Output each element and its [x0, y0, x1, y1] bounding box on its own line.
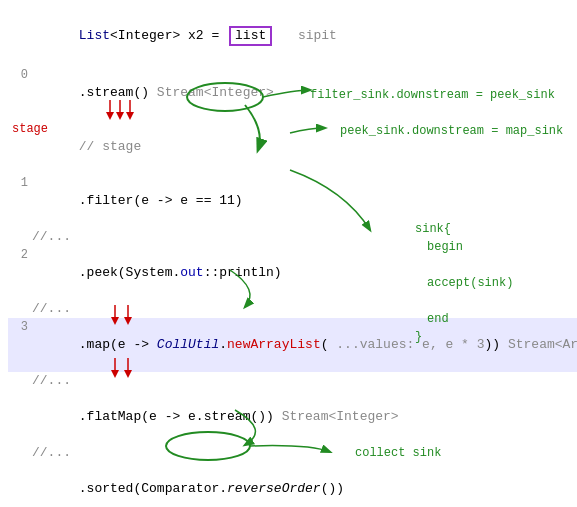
collect-sink-annotation: collect sink	[355, 446, 441, 460]
sink-accept: accept(sink)	[415, 274, 513, 292]
line-num-2: 2	[8, 246, 28, 264]
line-header: List<Integer> x2 = list sipit	[8, 8, 577, 64]
sink-blank	[415, 256, 513, 274]
line-num-1: 1	[8, 174, 28, 192]
line-comment-4: //...	[8, 444, 577, 462]
filter-sink-annotation: filter_sink.downstream = peek_sink	[310, 88, 555, 102]
type-list: List	[79, 28, 110, 43]
comment-3-text: //...	[32, 373, 71, 388]
comment-1-text: //...	[32, 229, 71, 244]
line-comment-3: //...	[8, 372, 577, 390]
comment-2-text: //...	[32, 301, 71, 316]
line-num-0: 0	[8, 66, 28, 84]
flatmap-text: .flatMap(e -> e.stream()) Stream<Integer…	[79, 409, 399, 424]
line-flatmap: .flatMap(e -> e.stream()) Stream<Integer…	[8, 390, 577, 444]
sink-open: sink{	[415, 220, 513, 238]
list-box: list	[229, 26, 272, 46]
sink-begin: begin	[415, 238, 513, 256]
peek-sink-annotation: peek_sink.downstream = map_sink	[340, 124, 563, 138]
sink-end: end	[415, 310, 513, 328]
sink-blank2	[415, 292, 513, 310]
line-code: List<Integer> x2 = list sipit	[32, 8, 577, 64]
sorted-text: .sorted(Comparator.reverseOrder())	[79, 481, 344, 496]
sink-close: }	[415, 328, 513, 346]
sink-block-annotation: sink{ begin accept(sink) end }	[415, 220, 513, 346]
stage-label: stage	[12, 120, 48, 138]
line-num-3: 3	[8, 318, 28, 336]
line-sorted: .sorted(Comparator.reverseOrder())	[8, 462, 577, 507]
